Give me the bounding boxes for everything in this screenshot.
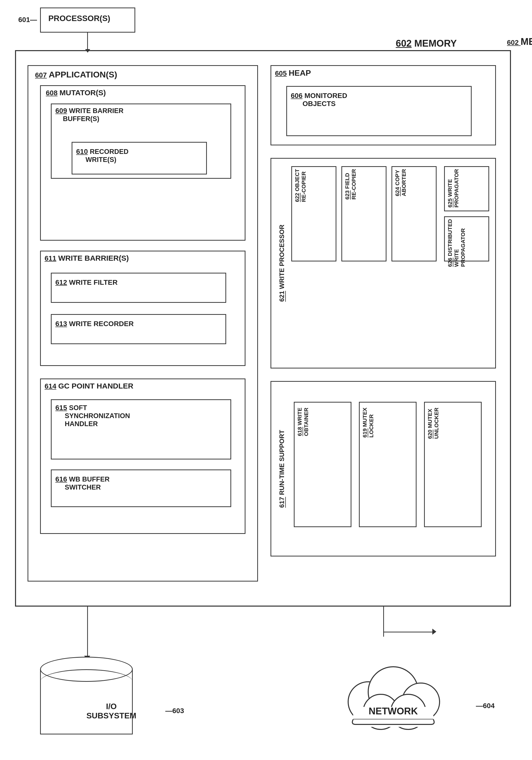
write-propagator-box: 625 WRITEPROPAGATOR [444, 166, 489, 211]
run-time-support-outer-box: 617 RUN-TIME SUPPORT 618 WRITEOBTAINER 6… [271, 381, 496, 556]
mem-to-io-wire [87, 607, 88, 657]
net-arrow [432, 629, 436, 635]
mutex-locker-box: 619 MUTEXLOCKER [359, 402, 417, 527]
heap-box: 605 HEAP 606 MONITORED OBJECTS [271, 65, 496, 145]
mem-to-net-v-wire [383, 607, 384, 637]
processor-box: 601— PROCESSOR(S) [40, 8, 135, 32]
copy-aborter-box: 624 COPYABORTER [391, 166, 437, 261]
mem-to-net-wire [383, 632, 433, 633]
recorded-writes-box: 610 RECORDED WRITE(S) [72, 142, 207, 174]
field-recopier-box: 623 FIELDRE-COPIER [341, 166, 386, 261]
mutator-box: 608 MUTATOR(S) 609 WRITE BARRIER BUFFER(… [40, 85, 245, 241]
network-label: NETWORK [369, 706, 418, 716]
write-barrier-buffer-box: 609 WRITE BARRIER BUFFER(S) 610 RECORDED… [51, 104, 231, 179]
monitored-objects-box: 606 MONITORED OBJECTS [286, 86, 472, 136]
distributed-wp-box: 626 DISTRIBUTEDWRITEPROPAGATOR [444, 216, 489, 261]
write-recorder-box: 613 WRITE RECORDER [51, 314, 226, 344]
object-recopier-box: 622 OBJECTRE-COPIER [291, 166, 336, 261]
ca-label: 624 COPYABORTER [394, 169, 407, 196]
memory-header: 602 MEMORY [396, 38, 457, 49]
write-obtainer-box: 618 WRITEOBTAINER [294, 402, 351, 527]
gc-point-handler-box: 614 GC POINT HANDLER 615 SOFT SYNCHRONIZ… [40, 378, 245, 534]
dwp-label: 626 DISTRIBUTEDWRITEPROPAGATOR [447, 219, 466, 267]
cloud-svg: NETWORK [331, 652, 456, 732]
processor-id: 601— [18, 16, 37, 24]
wb-buffer-switcher-box: 616 WB BUFFER SWITCHER [51, 469, 231, 507]
proc-down-wire [87, 32, 88, 50]
io-subsystem: I/OSUBSYSTEM —603 [40, 657, 133, 735]
or-label: 622 OBJECTRE-COPIER [294, 169, 307, 202]
write-barrier-box: 611 WRITE BARRIER(S) 612 WRITE FILTER 61… [40, 251, 245, 366]
processor-label: PROCESSOR(S) [48, 14, 110, 23]
wpr-label: 625 WRITEPROPAGATOR [447, 169, 460, 208]
ml-label: 619 MUTEXLOCKER [362, 407, 375, 438]
diagram: 601— PROCESSOR(S) 602 MEMORY 607 APPLICA… [0, 0, 532, 760]
wp-label: 621 WRITE PROCESSOR [278, 225, 286, 302]
write-filter-box: 612 WRITE FILTER [51, 273, 226, 303]
wo-label: 618 WRITEOBTAINER [296, 407, 310, 436]
rts-label: 617 RUN-TIME SUPPORT [278, 430, 286, 508]
soft-sync-box: 615 SOFT SYNCHRONIZATION HANDLER [51, 399, 231, 459]
network-cloud: NETWORK —604 [331, 652, 456, 732]
write-processor-outer-box: 621 WRITE PROCESSOR 622 OBJECTRE-COPIER … [271, 158, 496, 368]
fr-label: 623 FIELDRE-COPIER [344, 169, 357, 200]
mutex-unlocker-box: 620 MUTEXUNLOCKER [424, 402, 482, 527]
mu-label: 620 MUTEXUNLOCKER [427, 407, 440, 439]
